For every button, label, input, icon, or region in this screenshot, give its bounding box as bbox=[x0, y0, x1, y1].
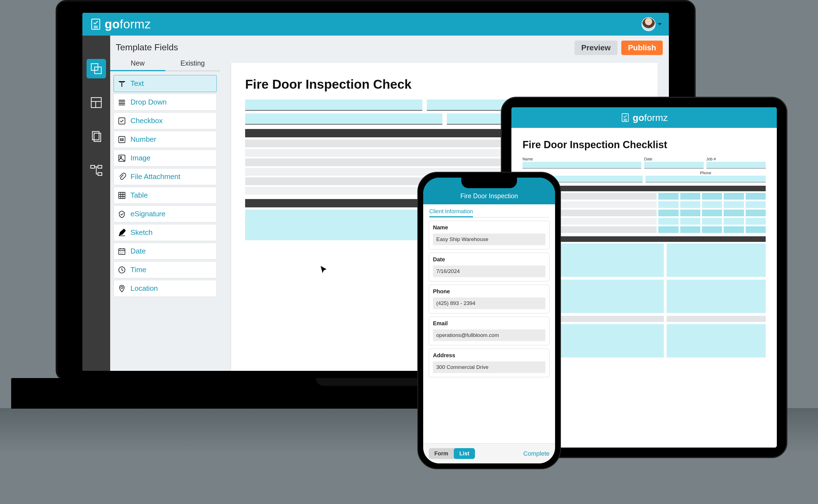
svg-rect-10 bbox=[119, 136, 125, 143]
publish-button[interactable]: Publish bbox=[621, 41, 663, 55]
panel-tabs: New Existing bbox=[110, 56, 220, 71]
svg-rect-3 bbox=[91, 98, 101, 108]
nav-logic[interactable] bbox=[86, 161, 106, 180]
fields-panel: Template Fields New Existing Text Drop D… bbox=[110, 36, 220, 371]
field-type-table[interactable]: Table bbox=[113, 187, 217, 204]
tab-existing[interactable]: Existing bbox=[165, 56, 221, 71]
phone-field-label: Address bbox=[433, 352, 545, 359]
phone-field[interactable]: NameEasy Ship Warehouse bbox=[429, 221, 549, 249]
svg-rect-5 bbox=[94, 133, 101, 141]
phone-title: Fire Door Inspection bbox=[460, 192, 518, 200]
field-type-text[interactable]: Text bbox=[113, 75, 217, 92]
section-title: Client Information bbox=[429, 208, 473, 217]
phone-field-label: Name bbox=[433, 224, 545, 231]
phone-field-label: Email bbox=[433, 320, 545, 327]
phone-device: Fire Door Inspection Client Information … bbox=[417, 172, 561, 469]
avatar-menu-caret[interactable] bbox=[658, 23, 662, 25]
field-label-phone: Phone bbox=[646, 171, 766, 175]
svg-point-16 bbox=[121, 286, 123, 289]
field-type-file[interactable]: File Attachment bbox=[113, 168, 217, 185]
section-header: Client Information bbox=[423, 204, 555, 217]
complete-button[interactable]: Complete bbox=[523, 450, 549, 457]
doc-title: Fire Door Inspection Check bbox=[245, 77, 644, 92]
doc-title: Fire Door Inspection Checklist bbox=[522, 139, 766, 151]
phone-field-value[interactable]: 300 Commercial Drive bbox=[433, 361, 545, 373]
field-type-checkbox[interactable]: Checkbox bbox=[113, 112, 217, 129]
toggle-list[interactable]: List bbox=[454, 448, 475, 459]
field-type-time[interactable]: Time bbox=[113, 261, 217, 278]
nav-fields[interactable] bbox=[86, 59, 106, 78]
preview-button[interactable]: Preview bbox=[574, 41, 618, 55]
toggle-form[interactable]: Form bbox=[429, 448, 454, 459]
field-type-date[interactable]: Date bbox=[113, 243, 217, 260]
field-type-image[interactable]: Image bbox=[113, 150, 217, 167]
svg-rect-8 bbox=[98, 173, 102, 175]
svg-rect-4 bbox=[92, 131, 99, 140]
svg-rect-9 bbox=[119, 118, 125, 124]
field-type-location[interactable]: Location bbox=[113, 280, 217, 297]
phone-field-value[interactable]: operations@fullbloom.com bbox=[433, 329, 545, 341]
phone-field-value[interactable]: Easy Ship Warehouse bbox=[433, 234, 545, 245]
brand-name: goformz bbox=[105, 17, 151, 31]
logo-icon bbox=[90, 18, 102, 30]
nav-pages[interactable] bbox=[86, 127, 106, 146]
logo-icon bbox=[621, 113, 630, 122]
phone-field-value[interactable]: 7/16/2024 bbox=[433, 265, 545, 277]
phone-field[interactable]: Emailoperations@fullbloom.com bbox=[429, 317, 549, 345]
field-label-date: Date bbox=[644, 157, 704, 161]
brand-logo: goformz bbox=[90, 17, 151, 31]
phone-field[interactable]: Date7/16/2024 bbox=[429, 253, 549, 281]
field-label-job: Job # bbox=[707, 157, 766, 161]
phone-notch bbox=[461, 178, 517, 188]
svg-rect-13 bbox=[119, 192, 125, 198]
tablet-topbar: goformz bbox=[511, 107, 777, 128]
field-type-sketch[interactable]: Sketch bbox=[113, 224, 217, 241]
svg-rect-7 bbox=[98, 165, 102, 168]
phone-bottom-bar: Form List Complete bbox=[423, 443, 555, 463]
field-type-number[interactable]: Number bbox=[113, 131, 217, 148]
phone-field-label: Date bbox=[433, 256, 545, 263]
panel-title: Template Fields bbox=[110, 36, 220, 56]
svg-point-12 bbox=[120, 156, 121, 158]
avatar[interactable] bbox=[642, 17, 656, 31]
field-type-list: Text Drop Down Checkbox Number Image Fil… bbox=[110, 71, 220, 301]
phone-field[interactable]: Phone(425) 893 - 2394 bbox=[429, 285, 549, 313]
nav-layout[interactable] bbox=[86, 93, 106, 112]
field-type-esignature[interactable]: eSignature bbox=[113, 205, 217, 222]
tab-new[interactable]: New bbox=[110, 56, 165, 71]
view-toggle: Form List bbox=[429, 448, 475, 459]
left-nav bbox=[82, 36, 110, 371]
phone-field-label: Phone bbox=[433, 288, 545, 295]
phone-field-list: NameEasy Ship WarehouseDate7/16/2024Phon… bbox=[423, 217, 555, 443]
phone-field[interactable]: Address300 Commercial Drive bbox=[429, 349, 549, 377]
svg-rect-6 bbox=[91, 165, 95, 168]
desktop-topbar: goformz bbox=[82, 13, 669, 36]
phone-field-value[interactable]: (425) 893 - 2394 bbox=[433, 297, 545, 309]
field-type-dropdown[interactable]: Drop Down bbox=[113, 94, 217, 111]
field-label-name: Name bbox=[522, 157, 641, 161]
brand-name: goformz bbox=[633, 112, 668, 123]
phone-app: Fire Door Inspection Client Information … bbox=[423, 178, 555, 463]
